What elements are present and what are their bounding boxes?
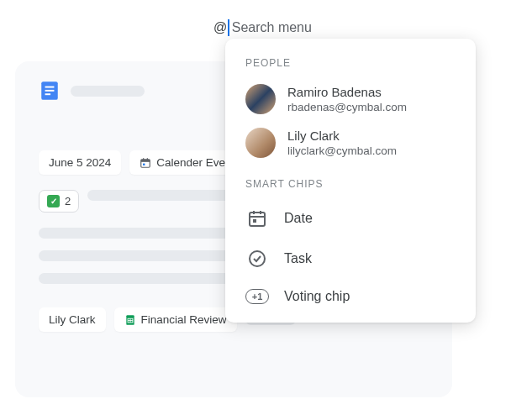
text-cursor bbox=[228, 19, 229, 36]
svg-rect-17 bbox=[253, 219, 256, 223]
search-placeholder: Search menu bbox=[232, 20, 312, 35]
person-name: Ramiro Badenas bbox=[287, 85, 407, 99]
avatar bbox=[245, 84, 276, 114]
title-placeholder bbox=[71, 86, 145, 97]
voting-chip-icon: +1 bbox=[245, 289, 269, 304]
person-item[interactable]: Ramiro Badenas rbadenas@cymbal.com bbox=[225, 77, 476, 121]
text-placeholder bbox=[87, 190, 239, 201]
date-chip-label: June 5 2024 bbox=[49, 156, 111, 169]
person-info: Lily Clark lilyclark@cymbal.com bbox=[287, 129, 397, 157]
date-chip-option[interactable]: Date bbox=[225, 198, 476, 239]
people-section-label: PEOPLE bbox=[225, 54, 476, 77]
svg-rect-13 bbox=[250, 213, 265, 226]
svg-rect-1 bbox=[45, 87, 55, 88]
svg-rect-3 bbox=[45, 93, 51, 95]
checkmark-icon: ✓ bbox=[47, 195, 60, 207]
person-name: Lily Clark bbox=[287, 129, 397, 143]
voting-chip-option[interactable]: +1 Voting chip bbox=[225, 279, 476, 314]
calendar-chip-label: Calender Event bbox=[156, 156, 234, 169]
calendar-icon bbox=[140, 157, 151, 169]
mention-popover: PEOPLE Ramiro Badenas rbadenas@cymbal.co… bbox=[225, 39, 476, 323]
sheet-chip-label: Financial Review bbox=[141, 313, 227, 326]
at-mention-trigger[interactable]: @ Search menu bbox=[213, 19, 312, 36]
person-info: Ramiro Badenas rbadenas@cymbal.com bbox=[287, 85, 407, 113]
chip-option-label: Voting chip bbox=[284, 289, 350, 304]
task-check-icon bbox=[245, 249, 269, 269]
google-docs-icon bbox=[39, 80, 61, 102]
vote-count: 2 bbox=[65, 195, 71, 207]
task-chip-option[interactable]: Task bbox=[225, 239, 476, 279]
sheet-chip[interactable]: Financial Review bbox=[114, 307, 237, 332]
calendar-icon bbox=[245, 208, 269, 228]
svg-rect-7 bbox=[147, 158, 148, 160]
svg-rect-2 bbox=[45, 90, 55, 92]
smart-chips-section-label: SMART CHIPS bbox=[225, 175, 476, 198]
person-item[interactable]: Lily Clark lilyclark@cymbal.com bbox=[225, 121, 476, 165]
person-email: rbadenas@cymbal.com bbox=[287, 101, 407, 113]
person-email: lilyclark@cymbal.com bbox=[287, 144, 397, 157]
person-chip[interactable]: Lily Clark bbox=[39, 307, 106, 332]
sheets-icon bbox=[124, 314, 136, 326]
chip-option-label: Date bbox=[284, 211, 313, 226]
svg-rect-6 bbox=[143, 158, 144, 160]
avatar bbox=[245, 128, 276, 158]
svg-rect-8 bbox=[143, 163, 145, 165]
at-sign: @ bbox=[213, 20, 227, 35]
chip-option-label: Task bbox=[284, 251, 312, 266]
svg-point-18 bbox=[250, 251, 265, 266]
svg-rect-5 bbox=[141, 159, 150, 161]
date-chip[interactable]: June 5 2024 bbox=[39, 150, 121, 175]
person-chip-label: Lily Clark bbox=[49, 313, 96, 326]
vote-chip[interactable]: ✓ 2 bbox=[39, 190, 79, 213]
